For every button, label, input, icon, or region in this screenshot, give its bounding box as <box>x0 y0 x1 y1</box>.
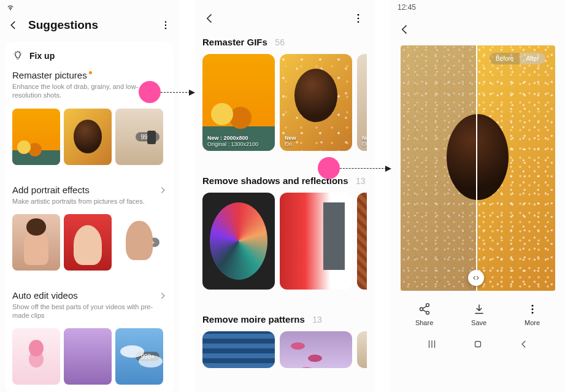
thumbnail[interactable] <box>12 214 60 271</box>
svg-point-6 <box>531 305 533 307</box>
overflow-badge: 999+ <box>136 352 160 361</box>
more-button[interactable]: More <box>525 303 540 326</box>
svg-point-2 <box>165 28 166 29</box>
svg-point-0 <box>165 21 166 23</box>
share-button[interactable]: Share <box>415 303 433 326</box>
svg-point-8 <box>531 312 533 313</box>
media-card[interactable] <box>280 331 352 368</box>
action-label: Share <box>415 319 433 326</box>
comparison-image[interactable]: Before After <box>401 45 555 291</box>
new-indicator-dot <box>89 71 92 74</box>
overflow-badge: 999+ <box>136 237 160 247</box>
before-label[interactable]: Before <box>490 53 520 64</box>
save-button[interactable]: Save <box>471 303 486 326</box>
svg-point-4 <box>358 18 359 20</box>
more-options-button[interactable] <box>352 12 366 26</box>
back-button[interactable] <box>399 23 412 37</box>
svg-point-1 <box>165 25 166 26</box>
before-after-toggle[interactable]: Before After <box>490 53 545 64</box>
card-title: Fix up <box>29 51 55 61</box>
moire-section: Remove moire patterns 13 <box>195 309 374 373</box>
shadows-section: Remove shadows and reflections 13 <box>195 171 374 294</box>
media-card[interactable] <box>357 331 367 368</box>
resolution-original: Original : 1300x2100 <box>207 141 271 147</box>
portrait-effects-section[interactable]: Add portrait effects Make artistic portr… <box>12 181 167 271</box>
svg-point-3 <box>358 14 359 16</box>
thumbnail[interactable] <box>64 214 112 271</box>
back-button[interactable] <box>204 12 217 26</box>
navigation-bar <box>390 332 565 358</box>
home-nav-button[interactable] <box>472 339 483 352</box>
section-subtitle: Show off the best parts of your videos w… <box>12 302 167 320</box>
section-count: 13 <box>356 176 366 186</box>
action-label: More <box>525 319 540 326</box>
media-card[interactable] <box>357 193 367 290</box>
resolution-new: Ne <box>362 135 367 141</box>
media-card[interactable]: Ne Or <box>357 54 367 151</box>
resolution-original: Ori <box>285 141 348 147</box>
auto-edit-section[interactable]: Auto edit videos Show off the best parts… <box>12 286 167 385</box>
page-header: Suggestions <box>0 15 179 36</box>
annotation-tap-1 <box>139 81 161 103</box>
status-bar <box>0 0 179 15</box>
screen-remaster-list: Remaster GIFs 56 New : 2000x800 Original… <box>195 0 374 392</box>
after-label[interactable]: After <box>520 53 545 64</box>
thumbnail[interactable] <box>64 109 112 165</box>
screen-before-after: 12:45 Before After Share Save Mor <box>390 0 565 392</box>
resolution-new: New <box>285 135 348 141</box>
chevrons-horizontal-icon <box>472 274 480 282</box>
image-subject <box>447 114 509 200</box>
resolution-original: Or <box>362 141 367 147</box>
thumbnail[interactable] <box>12 328 60 385</box>
media-card[interactable] <box>202 193 275 290</box>
page-title: Suggestions <box>28 18 98 32</box>
back-button[interactable] <box>7 19 20 31</box>
section-count: 56 <box>275 37 285 47</box>
svg-point-5 <box>358 21 359 23</box>
thumbnail[interactable]: 999+ <box>115 328 163 385</box>
section-title: Remaster GIFs <box>202 37 267 47</box>
status-time: 12:45 <box>398 3 416 12</box>
share-icon <box>418 303 431 315</box>
annotation-arrow-2 <box>340 168 386 169</box>
page-header <box>195 0 374 32</box>
comparison-divider <box>476 45 477 291</box>
wifi-icon <box>6 3 15 12</box>
status-bar: 12:45 <box>390 0 565 15</box>
section-title: Remaster pictures <box>12 70 87 80</box>
resolution-new: New : 2000x800 <box>207 135 271 141</box>
thumbnail[interactable] <box>12 109 60 165</box>
section-title: Remove moire patterns <box>202 314 305 325</box>
section-title: Auto edit videos <box>12 290 78 301</box>
svg-point-7 <box>531 309 533 310</box>
remaster-gifs-section: Remaster GIFs 56 New : 2000x800 Original… <box>195 32 374 156</box>
more-vertical-icon <box>526 303 539 315</box>
download-icon <box>473 303 485 315</box>
section-count: 13 <box>312 315 322 325</box>
comparison-slider-handle[interactable] <box>468 270 484 286</box>
section-subtitle: Make artistic portraits from pictures of… <box>12 197 167 206</box>
more-options-button[interactable] <box>160 19 172 31</box>
back-nav-button[interactable] <box>518 339 529 352</box>
screen-suggestions: Suggestions Fix up Remaster pictures Enh… <box>0 0 179 392</box>
action-label: Save <box>471 319 486 326</box>
media-card[interactable] <box>280 193 352 290</box>
chevron-right-icon <box>158 186 167 194</box>
chevron-right-icon <box>158 291 167 300</box>
section-title: Add portrait effects <box>12 185 90 195</box>
thumbnail[interactable]: 999+ <box>115 109 163 165</box>
media-card[interactable] <box>202 331 275 368</box>
overflow-badge: 999+ <box>136 132 160 141</box>
idea-icon <box>12 50 23 61</box>
thumbnail[interactable]: 999+ <box>115 214 163 271</box>
svg-rect-9 <box>475 342 480 347</box>
media-card[interactable]: New : 2000x800 Original : 1300x2100 <box>202 54 275 151</box>
action-bar: Share Save More <box>390 291 565 332</box>
annotation-arrow-1 <box>161 92 190 93</box>
thumbnail[interactable] <box>64 328 112 385</box>
media-card[interactable]: New Ori <box>280 54 352 151</box>
remaster-pictures-section[interactable]: Remaster pictures Enhance the look of dr… <box>12 66 167 165</box>
recents-nav-button[interactable] <box>426 339 437 352</box>
annotation-tap-2 <box>318 157 340 179</box>
